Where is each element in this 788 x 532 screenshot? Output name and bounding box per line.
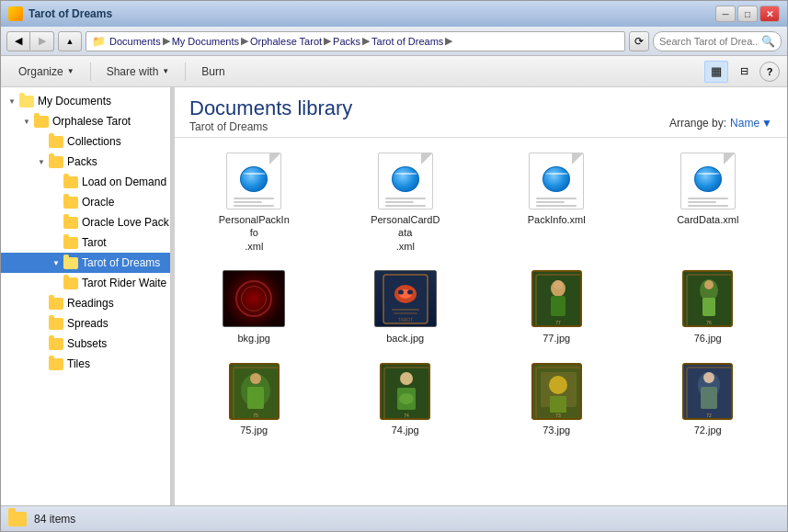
file-label: PersonalCardData.xml <box>369 213 442 253</box>
large-icons-view-button[interactable]: ▦ <box>704 61 728 83</box>
forward-button[interactable]: ▶ <box>30 31 54 51</box>
share-with-arrow-icon: ▼ <box>162 67 169 75</box>
library-header: Documents library Tarot of Dreams Arrang… <box>175 87 787 138</box>
xml-line <box>234 205 274 207</box>
tree-item-spreads[interactable]: Spreads <box>1 313 170 334</box>
file-icon-wrap: TAROT <box>372 269 439 329</box>
file-label: back.jpg <box>386 332 424 345</box>
svg-point-3 <box>398 289 404 294</box>
file-icon-wrap: 73 <box>523 361 589 421</box>
tree-item-load-on-demand[interactable]: Load on Demand <box>1 172 170 192</box>
svg-text:75: 75 <box>253 413 258 418</box>
xml-lines <box>234 196 274 209</box>
arrange-by: Arrange by: Name ▼ <box>669 117 772 133</box>
tarot-card-thumbnail: 75 <box>229 363 280 420</box>
folder-icon <box>34 116 49 128</box>
main-area: ▼ My Documents ▼ Orphalese Tarot Collect… <box>1 87 787 505</box>
file-label: 74.jpg <box>392 424 419 436</box>
file-item-card74[interactable]: 74 74.jpg <box>334 356 478 440</box>
expand-icon <box>34 336 49 351</box>
expand-icon: ▼ <box>49 255 63 270</box>
tree-item-subsets[interactable]: Subsets <box>1 334 170 354</box>
svg-rect-6 <box>394 312 417 314</box>
back-button[interactable]: ◀ <box>6 31 30 51</box>
back-card-svg: TAROT <box>383 274 428 324</box>
up-button[interactable]: ▲ <box>58 31 82 51</box>
nav-pane[interactable]: ▼ My Documents ▼ Orphalese Tarot Collect… <box>1 87 171 505</box>
file-item-card72[interactable]: 72 72.jpg <box>636 356 781 440</box>
breadcrumb-tarot-dreams[interactable]: Tarot of Dreams <box>371 36 443 47</box>
file-label: CardData.xml <box>677 213 738 226</box>
refresh-button[interactable]: ⟳ <box>629 31 649 51</box>
title-bar-folder-icon <box>8 6 23 21</box>
breadcrumb-packs[interactable]: Packs <box>333 36 360 47</box>
file-item-card76[interactable]: 76 76.jpg <box>636 264 781 348</box>
tree-item-collections[interactable]: Collections <box>1 131 170 152</box>
folder-icon <box>63 217 78 229</box>
breadcrumb-orphalese[interactable]: Orphalese Tarot <box>250 36 322 47</box>
svg-text:TAROT: TAROT <box>397 317 413 323</box>
tree-label: Tarot <box>82 236 107 249</box>
breadcrumb-mydocs[interactable]: My Documents <box>172 36 239 47</box>
folder-icon <box>63 176 78 188</box>
file-grid-wrapper[interactable]: PersonalPackInfo.xml <box>175 138 787 505</box>
tree-label-oracle-love: Oracle Love Pack - N <box>82 216 171 229</box>
file-item-personalpackinfo[interactable]: PersonalPackInfo.xml <box>182 145 326 256</box>
tree-item-tarot[interactable]: Tarot <box>1 232 170 253</box>
search-input[interactable] <box>659 36 758 47</box>
tree-item-tiles[interactable]: Tiles <box>1 354 170 374</box>
tree-label: Subsets <box>67 337 107 350</box>
expand-icon <box>34 134 49 149</box>
burn-button[interactable]: Burn <box>191 60 234 84</box>
svg-rect-18 <box>702 298 715 316</box>
file-item-back[interactable]: TAROT back.jpg <box>334 264 478 348</box>
xml-file-icon <box>226 153 281 209</box>
arrange-dropdown[interactable]: Name ▼ <box>730 117 772 130</box>
bkg-thumbnail <box>223 270 285 327</box>
close-button[interactable]: ✕ <box>759 6 780 22</box>
file-icon-wrap <box>221 151 287 210</box>
title-bar-left: Tarot of Dreams <box>8 6 112 21</box>
file-item-card75[interactable]: 75 75.jpg <box>182 356 326 440</box>
share-with-button[interactable]: Share with ▼ <box>97 60 180 84</box>
folder-icon <box>49 136 63 148</box>
file-icon-wrap <box>372 151 439 210</box>
tree-item-packs[interactable]: ▼ Packs <box>1 152 170 172</box>
file-explorer-window: Tarot of Dreams ─ □ ✕ ◀ ▶ ▲ 📁 Documents … <box>0 0 788 532</box>
address-path[interactable]: 📁 Documents ▶ My Documents ▶ Orphalese T… <box>86 31 625 51</box>
tree-label: Tiles <box>67 357 90 370</box>
file-item-personalcarddata[interactable]: PersonalCardData.xml <box>334 145 478 256</box>
organize-button[interactable]: Organize ▼ <box>8 60 85 84</box>
file-item-packinfo[interactable]: PackInfo.xml <box>485 145 629 256</box>
globe-icon <box>392 166 419 192</box>
svg-point-12 <box>554 280 563 289</box>
expand-icon <box>34 316 49 331</box>
expand-icon: ▼ <box>34 154 49 169</box>
breadcrumb-docs[interactable]: Documents <box>109 36 161 47</box>
address-bar-row: ◀ ▶ ▲ 📁 Documents ▶ My Documents ▶ Orpha… <box>1 27 787 56</box>
help-button[interactable]: ? <box>759 62 780 82</box>
folder-icon <box>19 96 34 108</box>
file-icon-wrap: 76 <box>675 269 741 329</box>
tree-item-oracle[interactable]: Oracle <box>1 192 170 212</box>
tree-item-oracle-love-pack[interactable]: Oracle Love Pack - N <box>1 212 170 232</box>
tree-item-my-documents[interactable]: ▼ My Documents <box>1 91 170 111</box>
sep2: ▶ <box>241 35 248 47</box>
file-item-card73[interactable]: 73 73.jpg <box>485 356 629 440</box>
tree-item-readings[interactable]: Readings <box>1 293 170 313</box>
file-label: 77.jpg <box>542 332 570 345</box>
minimize-button[interactable]: ─ <box>715 6 736 22</box>
search-box[interactable]: 🔍 <box>653 31 782 51</box>
file-label: PackInfo.xml <box>528 213 586 226</box>
file-item-card77[interactable]: 77 77.jpg <box>485 264 629 348</box>
tree-item-tarot-rider-waite[interactable]: Tarot Rider Waite - N <box>1 273 170 293</box>
file-item-carddata[interactable]: CardData.xml <box>636 145 781 256</box>
svg-point-35 <box>549 376 567 394</box>
organize-arrow-icon: ▼ <box>67 67 74 75</box>
maximize-button[interactable]: □ <box>737 6 758 22</box>
arrange-name: Name <box>730 117 759 130</box>
file-item-bkg[interactable]: bkg.jpg <box>182 264 326 348</box>
details-view-button[interactable]: ⊟ <box>732 61 756 83</box>
tree-item-tarot-of-dreams[interactable]: ▼ Tarot of Dreams <box>1 253 170 273</box>
tree-item-orphalese-tarot[interactable]: ▼ Orphalese Tarot <box>1 111 170 131</box>
